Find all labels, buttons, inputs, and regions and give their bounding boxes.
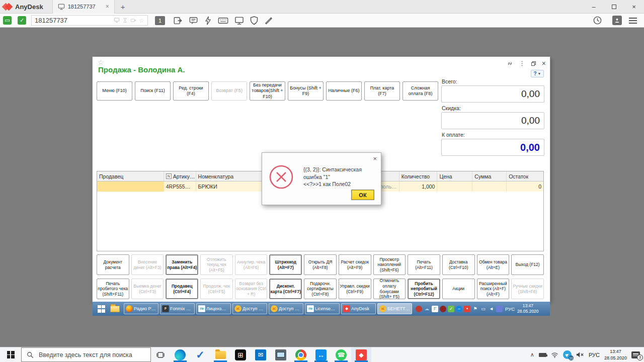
taskbar-app[interactable]: [291, 347, 311, 362]
pos-action-button[interactable]: Возврат (F5): [211, 81, 247, 101]
remote-taskbar-app[interactable]: AnyDesk: [341, 303, 376, 314]
battery-icon[interactable]: [539, 353, 546, 357]
pos-function-button[interactable]: Расчет скидок (Alt+F9): [339, 254, 371, 275]
tray-expand-icon[interactable]: ∧: [530, 351, 534, 358]
cell-article[interactable]: 4RP555…: [164, 182, 196, 192]
col-sum[interactable]: Сумма: [472, 171, 507, 181]
clock[interactable]: 13:47 28.05.2020: [604, 348, 627, 360]
pos-function-button[interactable]: Выемка денег (Ctrl+F3): [131, 279, 164, 299]
pos-action-button[interactable]: Плат. карта (F7): [364, 81, 400, 101]
total-field[interactable]: 0,00: [441, 85, 544, 103]
remote-clock[interactable]: 13:47 28.05.2020: [517, 303, 539, 314]
address-field[interactable]: 181257737 ☆: [31, 15, 148, 26]
taskbar-search[interactable]: [21, 347, 151, 362]
pos-function-button[interactable]: Продавец (Ctrl+F4): [166, 279, 198, 299]
window-tray-icon[interactable]: ▭: [480, 306, 487, 312]
pos-function-button[interactable]: Штрихкод (Alt+F7): [269, 254, 302, 275]
pos-function-button[interactable]: Подарочн. сертификаты (Ctrl+F8): [304, 279, 337, 299]
pos-function-button[interactable]: Управл. скидки (Ctrl+F9): [339, 279, 371, 299]
cell-seller[interactable]: [97, 182, 164, 192]
main-menu-icon[interactable]: [629, 18, 637, 24]
col-article[interactable]: NАртику…: [164, 171, 196, 181]
pos-function-button[interactable]: Обмен товара (Alt+E): [477, 254, 510, 275]
language-indicator[interactable]: РУС: [589, 352, 600, 358]
pos-function-button[interactable]: Выход (F12): [511, 254, 544, 275]
keyboard-icon[interactable]: [218, 17, 228, 25]
discount-field[interactable]: 0,00: [441, 112, 544, 129]
taskbar-app[interactable]: [230, 347, 251, 362]
pos-function-button[interactable]: Отложить текущ.чек (Alt+F5): [200, 254, 233, 275]
file-transfer-icon[interactable]: [173, 16, 183, 25]
pos-function-button[interactable]: Расширенный поиск (Alt+F) (Alt+F): [477, 279, 510, 299]
flag-tray-icon[interactable]: ⚑: [472, 306, 478, 312]
pos-action-button[interactable]: Бонусы (Shift + F9): [288, 81, 324, 101]
dialog-close-icon[interactable]: ×: [373, 155, 377, 162]
col-rest[interactable]: Остаток: [507, 171, 543, 181]
remote-start-button[interactable]: [98, 305, 105, 313]
remote-language-indicator[interactable]: РУС: [505, 306, 515, 312]
taskbar-app[interactable]: [351, 347, 371, 362]
pos-action-button[interactable]: Меню (F10): [97, 81, 132, 101]
pos-function-button[interactable]: Печать пробитого чека (Shift+F11): [97, 279, 129, 299]
pos-action-button[interactable]: Без передачи товаров(Shift + F10): [250, 81, 285, 101]
display-settings-icon[interactable]: [234, 16, 244, 25]
pos-function-button[interactable]: Документ расчета: [97, 254, 129, 275]
maximize-button[interactable]: [604, 0, 624, 14]
col-seller[interactable]: Продавец: [97, 171, 164, 181]
pos-function-button[interactable]: Ручные скидки (Shift+F8): [511, 279, 544, 299]
taskbar-app[interactable]: [170, 347, 190, 362]
pos-function-button[interactable]: Акции: [442, 279, 475, 299]
pos-function-button[interactable]: Внесение денег (Alt+F3): [131, 254, 164, 275]
fm-tray-icon[interactable]: F: [432, 306, 438, 312]
pos-function-button[interactable]: Пробить непробитый (Ctrl+F12): [408, 279, 440, 299]
pos-function-button[interactable]: Просмотр накоплений (Shift+F6): [373, 254, 406, 275]
history-icon[interactable]: [593, 16, 602, 25]
network-tray-icon[interactable]: [496, 306, 503, 312]
pos-restore-icon[interactable]: [531, 61, 536, 66]
col-price[interactable]: Цена: [437, 171, 472, 181]
pos-function-button[interactable]: Заменить права (Alt+F4): [166, 254, 198, 275]
dark-red-tray-icon[interactable]: [440, 306, 446, 312]
cell-price[interactable]: [437, 182, 472, 192]
pos-function-button[interactable]: Печать (Alt+F11): [408, 254, 440, 275]
taskbar-app[interactable]: [311, 347, 331, 362]
ok-button[interactable]: ОК: [351, 190, 374, 200]
pos-action-button[interactable]: Наличные (F6): [326, 81, 362, 101]
notification-center-icon[interactable]: 3: [631, 351, 640, 358]
cell-quantity[interactable]: 1,000: [399, 182, 438, 192]
pos-function-button[interactable]: Возврат без основания (Ctrl + R): [235, 279, 268, 299]
remote-taskbar-app[interactable]: Доступ …: [269, 303, 303, 314]
green-tray-icon[interactable]: ✓: [448, 306, 454, 312]
col-quantity[interactable]: Количество: [399, 171, 438, 181]
pos-function-button[interactable]: Дисконт. карта (Ctrl+F7): [269, 279, 302, 299]
wifi-icon[interactable]: [551, 352, 558, 358]
taskbar-app[interactable]: [251, 347, 271, 362]
whiteboard-pencil-icon[interactable]: [264, 16, 273, 25]
monitor-1-button[interactable]: 1: [155, 16, 165, 25]
pos-function-button[interactable]: Доставка (Ctrl+F10): [442, 254, 475, 275]
close-button[interactable]: ×: [624, 0, 644, 14]
chat-icon[interactable]: [189, 16, 198, 25]
pos-close-icon[interactable]: ×: [542, 59, 546, 67]
task-view-button[interactable]: [151, 347, 170, 362]
cloud-tray-icon[interactable]: ☁: [424, 306, 430, 312]
search-input[interactable]: [38, 351, 138, 359]
start-button[interactable]: [0, 347, 21, 362]
remote-taskbar-app[interactable]: Радио Р…: [124, 303, 158, 314]
remote-taskbar-app[interactable]: БЕНЕТТ…: [377, 303, 412, 314]
remote-taskbar-app[interactable]: Лиценз…: [196, 303, 231, 314]
cell-sum[interactable]: [472, 182, 507, 192]
pos-action-button[interactable]: Поиск (F11): [135, 81, 171, 101]
due-field[interactable]: 0,00: [441, 139, 544, 156]
red-badge-tray-icon[interactable]: [416, 306, 422, 312]
pos-function-button[interactable]: Отменить оплату бонусами (Shift+ F5): [373, 279, 406, 299]
telegram-icon[interactable]: 10: [563, 350, 572, 359]
session-tab[interactable]: 181257737 ×: [52, 0, 115, 14]
link-icon[interactable]: [507, 60, 513, 67]
permissions-shield-icon[interactable]: [250, 16, 258, 25]
taskbar-app[interactable]: [210, 347, 230, 362]
remote-taskbar-app[interactable]: License…: [305, 303, 340, 314]
teamviewer-tray-icon[interactable]: –: [456, 306, 462, 312]
red-square-tray-icon[interactable]: •: [464, 306, 470, 312]
address-book-icon[interactable]: [612, 16, 622, 25]
